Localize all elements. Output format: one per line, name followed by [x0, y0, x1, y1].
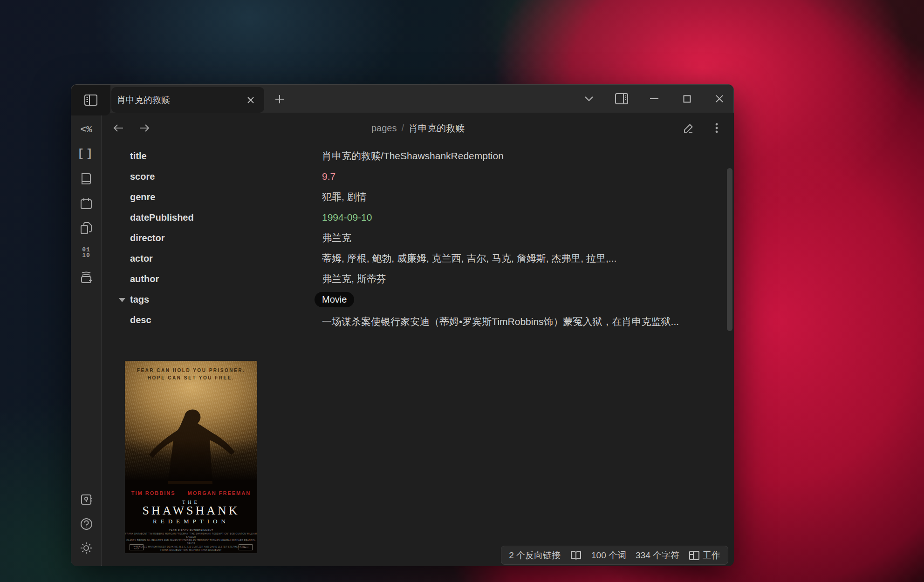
add-to-deck-button[interactable]	[77, 269, 95, 286]
reading-mode-button[interactable]	[570, 550, 582, 561]
poster-bottom-area: TIM ROBBINS MORGAN FREEMAN THE SHAWSHANK…	[125, 480, 257, 553]
more-options-button[interactable]	[708, 119, 726, 137]
backlinks-count[interactable]: 2 个反向链接	[509, 549, 561, 562]
open-book-icon	[570, 550, 582, 561]
movie-poster[interactable]: FEAR CAN HOLD YOU PRISONER. HOPE CAN SET…	[125, 361, 257, 553]
attr-row-desc[interactable]: desc 一场谋杀案使银行家安迪（蒂姆•罗宾斯TimRobbins饰）蒙冤入狱，…	[130, 310, 708, 330]
forward-button[interactable]	[136, 119, 153, 137]
minimize-button[interactable]	[645, 90, 664, 108]
attr-label: director	[130, 233, 322, 244]
attr-value-score: 9.7	[322, 171, 695, 182]
scrollbar-thumb[interactable]	[727, 168, 732, 331]
help-icon	[80, 518, 93, 530]
breadcrumb-bar: pages / 肖申克的救赎	[102, 113, 734, 143]
poster-photo-area: FEAR CAN HOLD YOU PRISONER. HOPE CAN SET…	[125, 361, 257, 480]
breadcrumb: pages / 肖申克的救赎	[371, 122, 465, 135]
titlebar: 肖申克的救赎	[71, 85, 733, 113]
attribute-table: title 肖申克的救赎/TheShawshankRedemption scor…	[130, 146, 708, 330]
sidebar-rail: <% []	[71, 115, 102, 566]
editor-panel: pages / 肖申克的救赎 tit	[102, 113, 734, 566]
attr-label: tags	[130, 294, 149, 305]
maximize-button[interactable]	[678, 90, 696, 108]
copy-button[interactable]	[77, 219, 95, 237]
attr-row-score[interactable]: score 9.7	[130, 166, 708, 187]
workspace-name: 工作	[703, 549, 720, 562]
workspace-switcher[interactable]: 工作	[689, 549, 720, 562]
attr-value: 弗兰克	[322, 231, 695, 244]
app-window: 肖申克的救赎	[71, 84, 734, 566]
attr-value: 弗兰克, 斯蒂芬	[322, 272, 695, 285]
poster-actor-left: TIM ROBBINS	[131, 490, 176, 496]
stack-add-icon	[80, 271, 93, 284]
binary-icon: 01 10	[82, 247, 90, 258]
attr-label: author	[130, 274, 322, 284]
brackets-button[interactable]: []	[77, 145, 95, 163]
calendar-icon	[80, 197, 92, 210]
tab-shawshank[interactable]: 肖申克的救赎	[111, 87, 264, 113]
toggle-right-panel-button[interactable]	[612, 90, 631, 108]
attr-label: score	[130, 171, 322, 182]
breadcrumb-separator: /	[401, 123, 404, 134]
tag-pill-movie[interactable]: Movie	[315, 292, 354, 307]
back-button[interactable]	[110, 119, 127, 137]
chevron-down-icon[interactable]	[580, 90, 598, 108]
card-keyhole-icon	[80, 494, 92, 506]
attr-value: 蒂姆, 摩根, 鲍勃, 威廉姆, 克兰西, 吉尔, 马克, 詹姆斯, 杰弗里, …	[322, 252, 695, 265]
poster-figure-silhouette	[125, 400, 257, 484]
attr-row-datepublished[interactable]: datePublished 1994-09-10	[130, 207, 708, 228]
char-count: 334 个字符	[636, 549, 679, 562]
tab-close-icon[interactable]	[244, 93, 258, 107]
poster-title-sub: REDEMPTION	[125, 518, 257, 525]
notebook-button[interactable]	[77, 170, 95, 188]
attr-row-genre[interactable]: genre 犯罪, 剧情	[130, 187, 708, 207]
poster-tagline: FEAR CAN HOLD YOU PRISONER. HOPE CAN SET…	[125, 367, 257, 382]
attr-label: title	[130, 151, 322, 162]
help-button[interactable]	[77, 515, 95, 533]
edit-pencil-button[interactable]	[680, 119, 698, 137]
attr-label: genre	[130, 192, 322, 203]
template-button[interactable]: <%	[77, 121, 95, 138]
notebook-icon	[80, 172, 92, 185]
copy-icon	[80, 222, 92, 235]
status-bar: 2 个反向链接 100 个词 334 个字符 工作	[501, 546, 728, 565]
attr-row-title[interactable]: title 肖申克的救赎/TheShawshankRedemption	[130, 146, 708, 166]
poster-actor-right: MORGAN FREEMAN	[188, 490, 251, 496]
word-count: 100 个词	[591, 549, 626, 562]
window-controls	[580, 90, 729, 108]
attr-row-tags[interactable]: tags Movie	[130, 289, 708, 310]
tab-title: 肖申克的救赎	[117, 94, 240, 106]
close-window-button[interactable]	[710, 90, 729, 108]
workspace-icon	[689, 550, 700, 561]
brackets-icon: []	[77, 148, 95, 160]
riff-card-button[interactable]	[77, 491, 95, 508]
breadcrumb-parent[interactable]: pages	[371, 123, 397, 134]
breadcrumb-current[interactable]: 肖申克的救赎	[409, 122, 465, 135]
toggle-sidebar-button[interactable]	[82, 91, 100, 109]
attr-row-actor[interactable]: actor 蒂姆, 摩根, 鲍勃, 威廉姆, 克兰西, 吉尔, 马克, 詹姆斯,…	[130, 248, 708, 269]
gear-icon	[80, 541, 93, 555]
attr-value-desc: 一场谋杀案使银行家安迪（蒂姆•罗宾斯TimRobbins饰）蒙冤入狱，在肖申克监…	[322, 313, 695, 330]
attr-row-author[interactable]: author 弗兰克, 斯蒂芬	[130, 269, 708, 289]
collapse-triangle-icon[interactable]	[119, 298, 125, 302]
settings-button[interactable]	[77, 539, 95, 557]
flashcard-binary-button[interactable]: 01 10	[77, 244, 95, 262]
attr-value: 犯罪, 剧情	[322, 190, 695, 203]
attr-value: 肖申克的救赎/TheShawshankRedemption	[322, 149, 695, 162]
attr-label: actor	[130, 253, 322, 264]
calendar-button[interactable]	[77, 195, 95, 212]
poster-logo-left: CASTLE ROCK	[130, 544, 144, 550]
new-tab-button[interactable]	[271, 90, 288, 108]
template-icon: <%	[80, 124, 92, 135]
poster-title-main: SHAWSHANK	[125, 505, 257, 517]
sidebar-toggle-area	[71, 85, 110, 115]
attr-value-date: 1994-09-10	[322, 212, 695, 223]
attr-label: desc	[130, 313, 322, 325]
poster-logo-right: SAVOY	[239, 544, 253, 550]
attr-label: datePublished	[130, 212, 322, 223]
attr-row-director[interactable]: director 弗兰克	[130, 228, 708, 248]
